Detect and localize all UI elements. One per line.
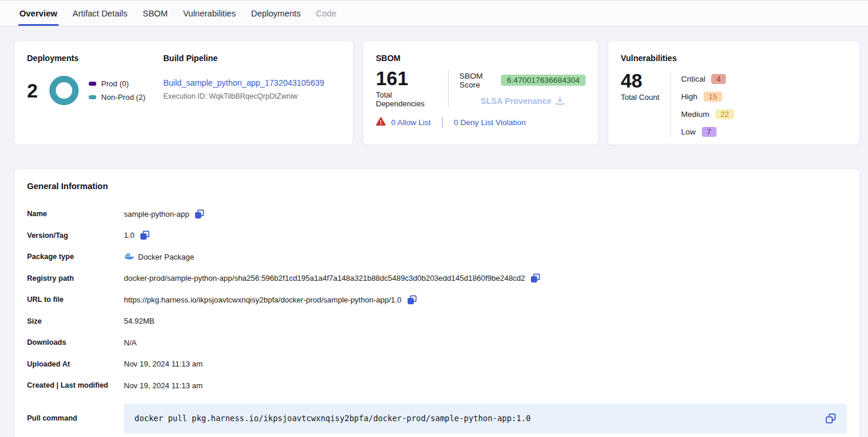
vulnerabilities-stats: 48 Total Count Critical 4 High 15 Medium… [621, 71, 847, 139]
pull-command-box: docker pull pkg.harness.io/ikpsjoavtcwxn… [124, 404, 847, 433]
created-modified-value: Nov 19, 2024 11:13 am [124, 381, 203, 390]
row-downloads: Downloads N/A [27, 332, 847, 354]
severity-row-low: Low 7 [681, 124, 734, 139]
download-icon[interactable] [556, 96, 564, 105]
pipeline-execution-link[interactable]: Build_sample_python_app_1732043105639 [163, 78, 324, 88]
deny-list-link[interactable]: 0 Deny List Violation [454, 118, 526, 127]
execution-id-text: Execution ID: WqkTilbBRqecQrpDtZwniw [163, 92, 324, 100]
sbom-score-row: SBOM Score 6.470017636684304 [459, 72, 586, 89]
total-dependencies-count: 161 [376, 69, 438, 88]
low-label: Low [681, 127, 696, 136]
severity-list: Critical 4 High 15 Medium 22 Low 7 [681, 71, 734, 139]
url-to-file-value: https://pkg.harness.io/ikpsjoavtcwxnqisy… [124, 295, 402, 304]
package-type-value: Docker Package [138, 253, 194, 261]
high-count-badge: 15 [704, 92, 722, 102]
severity-row-high: High 15 [681, 89, 734, 104]
copy-registry-path-icon[interactable] [530, 273, 540, 283]
vuln-total-count: 48 [621, 71, 660, 90]
legend-item-prod: Prod (0) [89, 79, 145, 88]
docker-icon [124, 252, 134, 261]
build-pipeline-title: Build Pipeline [163, 53, 324, 63]
list-link-divider [442, 117, 443, 128]
downloads-label: Downloads [27, 338, 124, 347]
artifact-tabbar: Overview Artifact Details SBOM Vulnerabi… [0, 0, 868, 26]
vuln-divider [670, 72, 671, 138]
row-url-to-file: URL to file https://pkg.harness.io/ikpsj… [27, 289, 847, 311]
row-created-modified: Created | Last modified Nov 19, 2024 11:… [27, 375, 847, 396]
vuln-total: 48 Total Count [621, 71, 660, 139]
deployments-total: 2 [27, 81, 38, 100]
sbom-divider [448, 70, 449, 107]
tab-overview[interactable]: Overview [19, 1, 58, 26]
total-dependencies-label: Total Dependencies [376, 90, 438, 108]
row-registry-path: Registry path docker-prod/sample-python-… [27, 268, 847, 290]
vulnerabilities-title: Vulnerabilities [621, 53, 847, 63]
sbom-lists-row: 0 Allow List 0 Deny List Violation [376, 117, 586, 128]
deployments-donut-chart [49, 76, 79, 105]
version-value: 1.0 [124, 231, 134, 240]
high-label: High [681, 92, 698, 101]
row-package-type: Package type Docker Package [27, 246, 847, 268]
severity-row-medium: Medium 22 [681, 106, 734, 122]
copy-name-icon[interactable] [194, 209, 204, 219]
row-uploaded-at: Uploaded At Nov 19, 2024 11:13 am [27, 354, 847, 375]
severity-row-critical: Critical 4 [681, 71, 734, 86]
slsa-provenance-link[interactable]: SLSA Provenance [481, 96, 551, 106]
tab-deployments[interactable]: Deployments [250, 1, 301, 26]
pull-command-value: docker pull pkg.harness.io/ikpsjoavtcwxn… [134, 414, 531, 423]
medium-label: Medium [681, 110, 709, 119]
downloads-value: N/A [124, 338, 137, 347]
general-information-rows: Name sample-python-app Version/Tag 1.0 [27, 203, 847, 433]
general-information-card: General Information Name sample-python-a… [14, 169, 860, 437]
critical-label: Critical [681, 75, 705, 83]
tab-sbom[interactable]: SBOM [142, 1, 169, 26]
registry-path-label: Registry path [27, 274, 124, 283]
critical-count-badge: 4 [711, 74, 726, 84]
tab-code: Code [315, 1, 337, 26]
package-type-label: Package type [27, 253, 124, 261]
slsa-provenance-row[interactable]: SLSA Provenance [459, 96, 586, 106]
build-pipeline-section: Build Pipeline Build_sample_python_app_1… [163, 53, 324, 132]
nonprod-label: Non-Prod (2) [101, 93, 145, 102]
deployments-stats: 2 Prod (0) Non-Prod (2) [27, 76, 163, 105]
uploaded-at-value: Nov 19, 2024 11:13 am [124, 359, 203, 368]
summary-cards-row: Deployments 2 Prod (0) Non-Prod (2) Buil… [0, 26, 868, 145]
sbom-score-section: SBOM Score 6.470017636684304 SLSA Proven… [459, 72, 586, 106]
medium-count-badge: 22 [715, 109, 734, 119]
nonprod-dot [89, 95, 96, 99]
size-value: 54.92MB [124, 317, 154, 325]
registry-path-value: docker-prod/sample-python-app/sha256:596… [124, 274, 525, 283]
sbom-stats: 161 Total Dependencies SBOM Score 6.4700… [376, 69, 586, 108]
uploaded-at-label: Uploaded At [27, 360, 124, 368]
size-label: Size [27, 317, 124, 325]
row-version: Version/Tag 1.0 [27, 225, 847, 247]
url-to-file-label: URL to file [27, 295, 124, 304]
deployments-title: Deployments [27, 53, 163, 63]
low-count-badge: 7 [702, 127, 716, 137]
general-information-title: General Information [27, 181, 847, 191]
sbom-score-badge: 6.470017636684304 [501, 75, 586, 86]
row-name: Name sample-python-app [27, 203, 847, 225]
deployments-card: Deployments 2 Prod (0) Non-Prod (2) Buil… [14, 41, 354, 145]
copy-version-icon[interactable] [140, 230, 150, 240]
sbom-score-label: SBOM Score [459, 72, 495, 89]
deployments-legend: Prod (0) Non-Prod (2) [89, 79, 145, 102]
created-modified-label: Created | Last modified [27, 381, 124, 389]
allow-list-link[interactable]: 0 Allow List [391, 118, 431, 127]
prod-dot [89, 82, 96, 86]
pull-command-label: Pull command [27, 414, 124, 422]
copy-url-icon[interactable] [407, 295, 417, 305]
row-pull-command: Pull command docker pull pkg.harness.io/… [27, 404, 847, 433]
sbom-dependencies: 161 Total Dependencies [376, 69, 438, 108]
prod-label: Prod (0) [101, 79, 129, 88]
vuln-total-label: Total Count [621, 93, 660, 102]
vulnerabilities-card: Vulnerabilities 48 Total Count Critical … [608, 41, 860, 145]
name-value: sample-python-app [124, 210, 189, 218]
warning-icon [376, 117, 386, 128]
row-size: Size 54.92MB [27, 311, 847, 332]
sbom-title: SBOM [376, 53, 586, 63]
tab-vulnerabilities[interactable]: Vulnerabilities [183, 1, 237, 26]
tab-artifact-details[interactable]: Artifact Details [72, 1, 128, 26]
version-label: Version/Tag [27, 231, 124, 240]
copy-pull-command-icon[interactable] [825, 413, 836, 424]
